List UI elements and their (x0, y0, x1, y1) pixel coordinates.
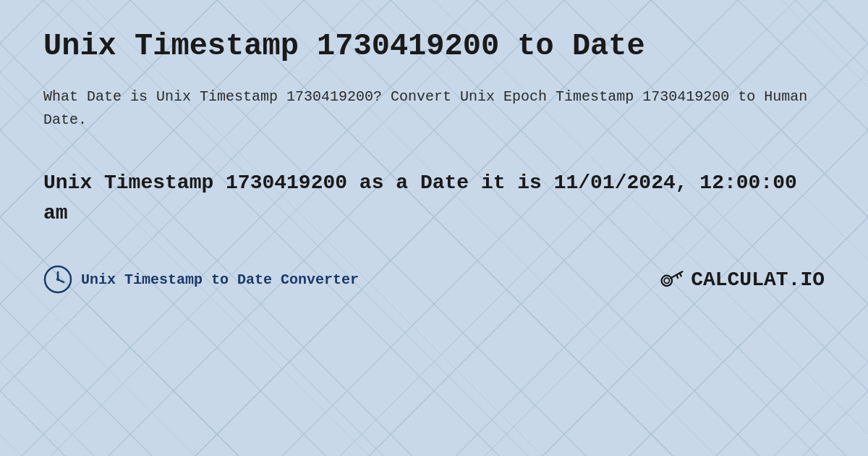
svg-point-15 (662, 276, 672, 286)
footer: Unix Timestamp to Date Converter CALCULA… (43, 265, 825, 294)
svg-line-18 (680, 273, 681, 276)
site-logo[interactable]: CALCULAT.IO (659, 266, 825, 292)
svg-point-16 (664, 278, 669, 283)
svg-line-19 (676, 275, 678, 279)
footer-left[interactable]: Unix Timestamp to Date Converter (43, 265, 359, 294)
conversion-result: Unix Timestamp 1730419200 as a Date it i… (43, 168, 825, 229)
logo-text: CALCULAT.IO (691, 269, 825, 291)
page-title: Unix Timestamp 1730419200 to Date (43, 29, 825, 64)
svg-point-14 (56, 278, 59, 281)
footer-link-text[interactable]: Unix Timestamp to Date Converter (81, 271, 359, 288)
page-description: What Date is Unix Timestamp 1730419200? … (43, 85, 825, 132)
clock-icon (43, 265, 72, 294)
logo-icon (659, 266, 685, 292)
